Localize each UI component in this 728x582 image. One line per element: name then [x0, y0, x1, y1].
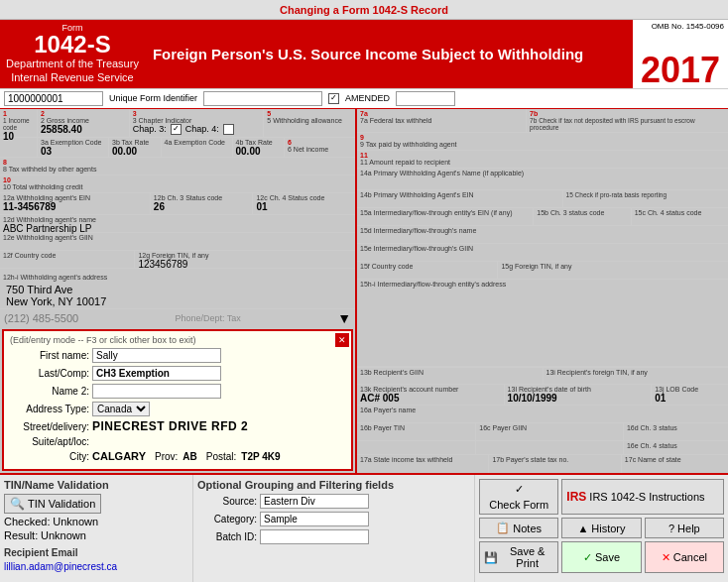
recipient-country-select[interactable]: Canada	[92, 402, 150, 416]
field-3b-label: 3b Tax Rate	[112, 139, 158, 146]
row-3a-4b: 3a Exemption Code 03 3b Tax Rate 00.00 4…	[0, 138, 355, 158]
grouping-panel-header: Optional Grouping and Filtering fields	[197, 479, 470, 491]
down-arrow-icon[interactable]: ▼	[337, 310, 351, 326]
row-16a: 16a Payer's name	[357, 406, 728, 423]
postal-label: Postal:	[206, 451, 237, 462]
row-12h: 12h-i Withholding agent's address 750 Th…	[0, 269, 355, 473]
bottom-panel: TIN/Name Validation 🔍 TIN Validation Che…	[0, 473, 728, 582]
notes-button[interactable]: 📋 Notes	[479, 518, 558, 538]
cell-1: 1 1 Income code 10	[0, 109, 38, 137]
field-13k-value: AC# 005	[360, 393, 501, 404]
amendment-no-input[interactable]	[396, 91, 455, 106]
field-12c-label: 12c Ch. 4 Status code	[256, 194, 352, 201]
recipient-street-value: PINECREST DRIVE RFD 2	[92, 419, 248, 433]
row-15d: 15d Intermediary/flow-through's name	[357, 226, 728, 244]
cancel-button[interactable]: ✕ Cancel	[645, 541, 724, 573]
grouping-panel: Optional Grouping and Filtering fields S…	[193, 475, 475, 582]
recipient-name2-label: Name 2:	[10, 386, 89, 397]
field-15g-label: 15g Foreign TIN, if any	[501, 263, 725, 270]
cell-3: 3 3 Chapter Indicator Chap. 3: Chap. 4:	[130, 109, 265, 137]
recipient-street-label: Street/delivery:	[10, 421, 89, 432]
check-form-button[interactable]: ✓ Check Form	[479, 479, 558, 515]
save-button[interactable]: ✓ Save	[561, 541, 641, 573]
amended-checkbox[interactable]	[328, 93, 339, 104]
page-title: Changing a Form 1042-S Record	[0, 0, 728, 20]
recipient-suite-label: Suite/apt/loc:	[10, 436, 89, 447]
field-4a-label: 4a Exemption Code	[165, 139, 229, 146]
action-buttons-grid: ✓ Check Form IRS IRS 1042-S Instructions…	[479, 479, 724, 573]
history-icon: ▲	[577, 523, 588, 534]
cell-16b: 16b Payer TIN	[357, 423, 476, 440]
row-8: 8 8 Tax withheld by other agents	[0, 158, 355, 175]
field-2-num: 2	[41, 110, 126, 117]
tin-checked-line: Checked: Unknown	[4, 516, 188, 527]
row-15a: 15a Intermediary/flow-through entity's E…	[357, 208, 728, 226]
cell-11: 11 11 Amount repaid to recipient	[357, 151, 728, 168]
tin-validation-button[interactable]: 🔍 TIN Validation	[4, 494, 101, 514]
recipient-name2-input[interactable]	[92, 384, 221, 399]
row-13b-13i: 13b Recipient's GIIN 13i Recipient's for…	[357, 367, 728, 385]
row-17: 17a State income tax withheld 17b Payer'…	[357, 455, 728, 473]
history-button[interactable]: ▲ History	[561, 518, 641, 538]
recipient-lastcomp-input[interactable]	[92, 366, 221, 381]
field-10-num: 10	[3, 176, 352, 183]
save-print-icon: 💾	[484, 551, 498, 564]
field-15d-label: 15d Intermediary/flow-through's name	[360, 227, 725, 234]
recipient-name2-row: Name 2:	[10, 384, 345, 399]
irs-instructions-button[interactable]: IRS IRS 1042-S Instructions	[561, 479, 724, 515]
field-12b-value: 26	[154, 201, 250, 212]
recipient-firstname-input[interactable]	[92, 348, 221, 363]
chap3-label: Chap. 3:	[133, 124, 167, 134]
chap4-checkbox[interactable]	[223, 124, 234, 135]
field-1-num: 1	[3, 110, 34, 117]
recipient-city-label: City:	[10, 451, 89, 462]
cancel-icon: ✕	[662, 551, 670, 564]
chap3-checkbox[interactable]	[171, 124, 182, 135]
row-12d: 12d Withholding agent's name ABC Partner…	[0, 215, 355, 233]
row-14a: 14a Primary Withholding Agent's Name (if…	[357, 169, 728, 190]
source-input[interactable]	[260, 494, 369, 509]
ein-input[interactable]	[4, 91, 103, 106]
row-10: 10 10 Total withholding credit	[0, 175, 355, 193]
recipient-addrtype-row: Address Type: Canada	[10, 402, 345, 416]
form-header: Form 1042-S Department of the Treasury I…	[0, 20, 728, 89]
row-15e: 15e Intermediary/flow-through's GIIN	[357, 244, 728, 262]
cell-15d: 15d Intermediary/flow-through's name	[357, 226, 728, 243]
field-7a-num: 7a	[360, 110, 523, 117]
cell-5: 5 5 Withholding allowance	[264, 109, 355, 137]
dept-name: Department of the Treasury Internal Reve…	[6, 57, 139, 85]
unique-form-id-input[interactable]	[203, 91, 322, 106]
cell-15e: 15e Intermediary/flow-through's GIIN	[357, 244, 728, 261]
cell-16a: 16a Payer's name	[357, 406, 728, 422]
category-input[interactable]	[260, 512, 369, 526]
field-12c-value: 01	[256, 201, 352, 212]
cell-17c: 17c Name of state	[622, 455, 728, 473]
save-print-button[interactable]: 💾 Save & Print	[479, 541, 558, 573]
field-8-label: 8 Tax withheld by other agents	[3, 166, 352, 173]
postal-value: T2P 4K9	[241, 451, 280, 462]
cell-13i: 13i Recipient's foreign TIN, if any	[544, 368, 729, 384]
field-12g-label: 12g Foreign TIN, if any	[138, 252, 352, 259]
help-button[interactable]: ? Help	[645, 518, 724, 538]
cell-10: 10 10 Total withholding credit	[0, 175, 355, 192]
batch-input[interactable]	[260, 529, 369, 544]
field-12e-label: 12e Withholding agent's GIIN	[3, 234, 352, 241]
tin-result-line: Result: Unknown	[4, 529, 188, 541]
cell-12e: 12e Withholding agent's GIIN	[0, 233, 355, 250]
field-12a-label: 12a Withholding agent's EIN	[3, 194, 147, 201]
cell-14b: 14b Primary Withholding Agent's EIN	[357, 190, 563, 207]
field-13m-value: 01	[655, 393, 725, 404]
recipient-street-row: Street/delivery: PINECREST DRIVE RFD 2	[10, 419, 345, 433]
field-11-num: 11	[360, 152, 725, 159]
edit-hint-text: (Edit/entry mode -- F3 or click other bo…	[10, 335, 345, 345]
field-17c-label: 17c Name of state	[625, 456, 725, 463]
edit-close-button[interactable]: ✕	[335, 333, 349, 347]
ein-bar: Unique Form Identifier AMENDED	[0, 89, 728, 109]
field-13l-label: 13l Recipient's date of birth	[508, 386, 649, 393]
tin-checked-value: Unknown	[53, 516, 98, 527]
field-9-label: 9 Tax paid by withholding agent	[360, 141, 725, 148]
field-15a-label: 15a Intermediary/flow-through entity's E…	[360, 209, 530, 216]
field-15-label: 15 Check if pro-rata basis reporting	[566, 191, 725, 198]
recipient-suite-row: Suite/apt/loc:	[10, 436, 345, 447]
field-8-num: 8	[3, 159, 352, 166]
